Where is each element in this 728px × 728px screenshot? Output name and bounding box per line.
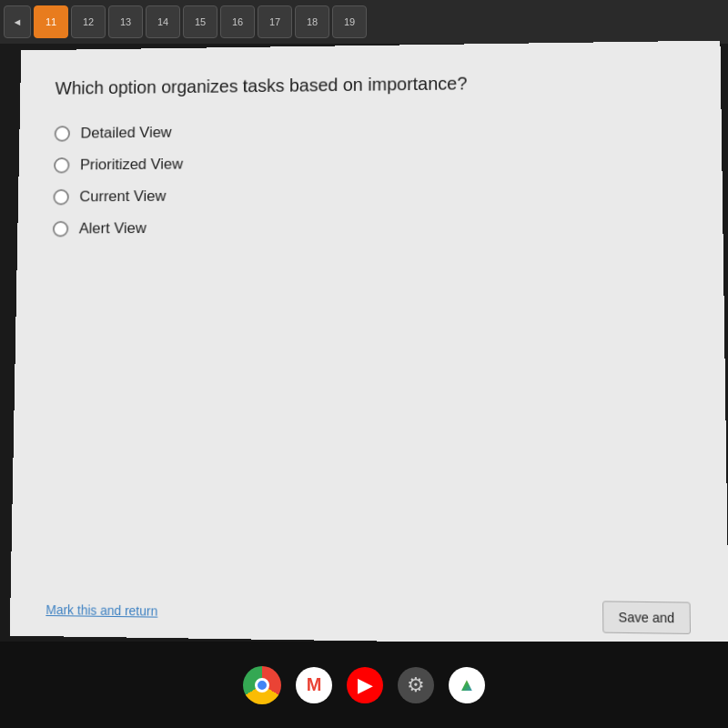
key-13[interactable]: 13: [108, 5, 143, 38]
taskbar: M ▶ ⚙ ▲: [0, 642, 728, 728]
key-19[interactable]: 19: [332, 5, 367, 38]
radio-detailed-view[interactable]: [55, 126, 71, 142]
key-17[interactable]: 17: [258, 5, 292, 38]
chrome-icon[interactable]: [243, 666, 281, 704]
save-button[interactable]: Save and: [602, 601, 691, 634]
option-label-3: Current View: [79, 187, 166, 206]
gmail-icon[interactable]: M: [296, 667, 332, 703]
gmail-glyph: M: [307, 674, 322, 695]
quiz-container: Which option organizes tasks based on im…: [10, 41, 728, 647]
key-14[interactable]: 14: [146, 5, 180, 38]
radio-prioritized-view[interactable]: [54, 157, 70, 174]
quiz-screen: Which option organizes tasks based on im…: [10, 41, 728, 647]
youtube-glyph: ▶: [358, 673, 373, 697]
drive-icon[interactable]: ▲: [449, 667, 485, 703]
option-item-4[interactable]: Alert View: [53, 217, 686, 238]
key-16[interactable]: 16: [220, 5, 255, 38]
bottom-bar: Mark this and return Save and: [10, 593, 728, 634]
settings-glyph: ⚙: [407, 673, 425, 697]
top-keyboard-bar: ◄ 11 12 13 14 15 16 17 18 19: [0, 0, 728, 44]
drive-glyph: ▲: [458, 674, 476, 695]
option-label-4: Alert View: [79, 219, 147, 238]
settings-icon[interactable]: ⚙: [398, 667, 434, 703]
key-18[interactable]: 18: [295, 5, 329, 38]
options-list: Detailed View Prioritized View Current V…: [53, 118, 686, 238]
key-12[interactable]: 12: [71, 5, 106, 38]
option-item-1[interactable]: Detailed View: [55, 118, 685, 142]
option-item-3[interactable]: Current View: [53, 184, 685, 206]
option-label-2: Prioritized View: [80, 156, 183, 174]
key-15[interactable]: 15: [183, 5, 217, 38]
radio-alert-view[interactable]: [53, 221, 69, 238]
key-11[interactable]: 11: [34, 5, 68, 38]
youtube-icon[interactable]: ▶: [347, 667, 383, 703]
mark-return-link[interactable]: Mark this and return: [46, 602, 157, 619]
option-item-2[interactable]: Prioritized View: [54, 151, 685, 175]
nav-back-key[interactable]: ◄: [4, 5, 31, 38]
option-label-1: Detailed View: [80, 124, 171, 142]
question-text: Which option organizes tasks based on im…: [55, 68, 683, 101]
radio-current-view[interactable]: [53, 189, 69, 206]
